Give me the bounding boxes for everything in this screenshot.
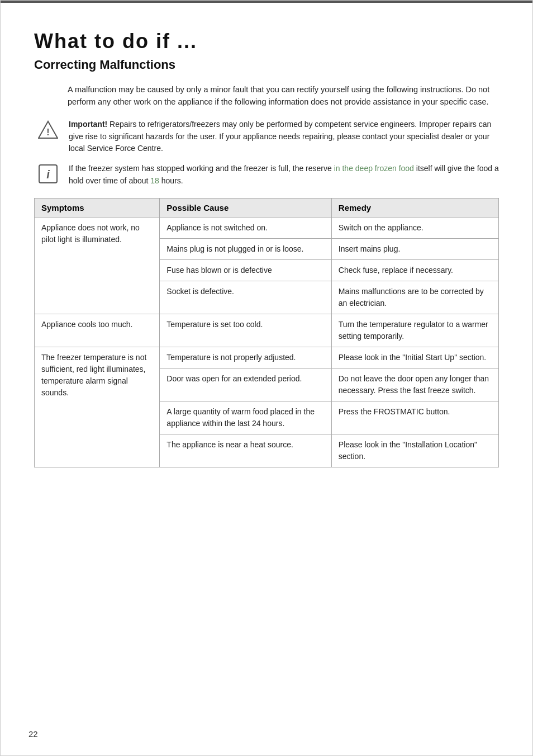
cause-1-2: Mains plug is not plugged in or is loose… (160, 239, 331, 260)
info-body-end: hours. (159, 176, 183, 185)
sub-title: Correcting Malfunctions (34, 58, 499, 72)
svg-text:!: ! (46, 127, 49, 137)
main-title: What to do if ... (34, 30, 499, 53)
info-text: If the freezer system has stopped workin… (69, 163, 499, 187)
page: What to do if ... Correcting Malfunction… (0, 0, 533, 756)
page-number: 22 (28, 729, 38, 739)
warning-body: Repairs to refrigerators/freezers may on… (69, 120, 491, 153)
info-notice: i If the freezer system has stopped work… (34, 163, 499, 187)
remedy-1-2: Insert mains plug. (331, 239, 498, 260)
warning-icon: ! (34, 119, 62, 140)
symptom-1: Appliance does not work, no pilot light … (35, 218, 160, 314)
remedy-2-1: Turn the temperature regulator to a warm… (331, 314, 498, 347)
info-icon: i (34, 163, 62, 184)
header-symptoms: Symptoms (35, 199, 160, 218)
header-cause: Possible Cause (160, 199, 331, 218)
intro-text: A malfunction may be caused by only a mi… (34, 83, 499, 108)
symptom-3: The freezer temperature is not sufficien… (35, 347, 160, 467)
remedy-1-1: Switch on the appliance. (331, 218, 498, 239)
table-row: Appliance cools too much. Temperature is… (35, 314, 499, 347)
cause-2-1: Temperature is set too cold. (160, 314, 331, 347)
header-remedy: Remedy (331, 199, 498, 218)
remedy-3-1: Please look in the "Initial Start Up" se… (331, 347, 498, 368)
remedy-3-3: Press the FROSTMATIC button. (331, 401, 498, 434)
info-link: in the deep frozen food (334, 164, 414, 173)
warning-label: Important! (69, 120, 107, 129)
remedy-1-3: Check fuse, replace if necessary. (331, 260, 498, 281)
remedy-3-2: Do not leave the door open any longer th… (331, 368, 498, 401)
cause-3-4: The appliance is near a heat source. (160, 434, 331, 467)
top-border (1, 1, 532, 3)
cause-3-2: Door was open for an extended period. (160, 368, 331, 401)
warning-notice: ! Important! Repairs to refrigerators/fr… (34, 119, 499, 155)
cause-3-3: A large quantity of warm food placed in … (160, 401, 331, 434)
cause-3-1: Temperature is not properly adjusted. (160, 347, 331, 368)
symptom-2: Appliance cools too much. (35, 314, 160, 347)
svg-text:i: i (46, 168, 50, 181)
info-hours: 18 (150, 176, 159, 185)
remedy-3-4: Please look in the "Installation Locatio… (331, 434, 498, 467)
table-row: Appliance does not work, no pilot light … (35, 218, 499, 239)
table-row: The freezer temperature is not sufficien… (35, 347, 499, 368)
cause-1-3: Fuse has blown or is defective (160, 260, 331, 281)
remedy-1-4: Mains malfunctions are to be corrected b… (331, 281, 498, 314)
cause-1-1: Appliance is not switched on. (160, 218, 331, 239)
warning-text: Important! Repairs to refrigerators/free… (69, 119, 499, 155)
cause-1-4: Socket is defective. (160, 281, 331, 314)
malfunction-table: Symptoms Possible Cause Remedy Appliance… (34, 198, 499, 467)
info-body-before: If the freezer system has stopped workin… (69, 164, 334, 173)
